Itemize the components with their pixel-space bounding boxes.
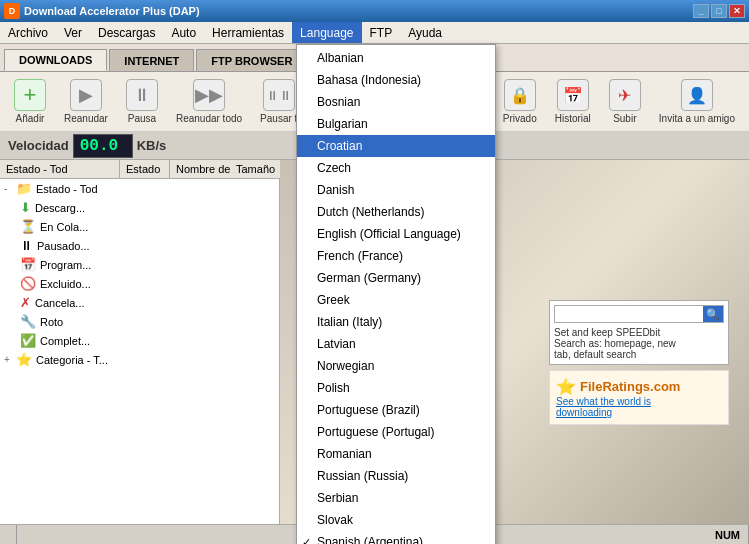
search-box: 🔍 Set and keep SPEEDbitSearch as: homepa… — [549, 300, 729, 365]
pause-all-label: Pausar t — [260, 113, 297, 124]
tree-label: Pausado... — [37, 240, 90, 252]
language-item-greek[interactable]: Greek — [297, 289, 495, 311]
menu-herramientas[interactable]: Herramientas — [204, 22, 292, 43]
excluded-icon: 🚫 — [20, 276, 36, 291]
tree-label: En Cola... — [40, 221, 88, 233]
add-icon: + — [14, 79, 46, 111]
category-icon: ⭐ — [16, 352, 32, 367]
tree-item-categoria[interactable]: + ⭐ Categoria - T... — [0, 350, 279, 369]
resume-label: Reanudar — [64, 113, 108, 124]
tree-label: Roto — [40, 316, 63, 328]
lock-icon: 🔒 — [504, 79, 536, 111]
historial-label: Historial — [555, 113, 591, 124]
language-item-danish[interactable]: Danish — [297, 179, 495, 201]
add-button[interactable]: + Añadir — [8, 75, 52, 128]
resume-all-icon: ▶▶ — [193, 79, 225, 111]
language-item-italian--italy-[interactable]: Italian (Italy) — [297, 311, 495, 333]
menu-ver[interactable]: Ver — [56, 22, 90, 43]
language-item-serbian[interactable]: Serbian — [297, 487, 495, 509]
language-item-croatian[interactable]: Croatian — [297, 135, 495, 157]
language-item-portuguese--portugal-[interactable]: Portuguese (Portugal) — [297, 421, 495, 443]
resume-button[interactable]: ▶ Reanudar — [58, 75, 114, 128]
language-item-latvian[interactable]: Latvian — [297, 333, 495, 355]
title-bar: D Download Accelerator Plus (DAP) _ □ ✕ — [0, 0, 749, 22]
language-item-norwegian[interactable]: Norwegian — [297, 355, 495, 377]
language-item-portuguese--brazil-[interactable]: Portuguese (Brazil) — [297, 399, 495, 421]
pause-button[interactable]: ⏸ Pausa — [120, 75, 164, 128]
subir-label: Subir — [613, 113, 636, 124]
tree-label: Cancela... — [35, 297, 85, 309]
speed-unit: KB/s — [137, 138, 167, 153]
privado-button[interactable]: 🔒 Privado — [497, 75, 543, 128]
resume-all-button[interactable]: ▶▶ Reanudar todo — [170, 75, 248, 128]
tree-item-cancela[interactable]: ✗ Cancela... — [0, 293, 279, 312]
complete-icon: ✅ — [20, 333, 36, 348]
tree-item-excluido[interactable]: 🚫 Excluido... — [0, 274, 279, 293]
search-input[interactable] — [555, 306, 703, 322]
menu-language[interactable]: Language — [292, 22, 361, 43]
left-panel: Estado - Tod Estado Nombre del archi - 📁… — [0, 160, 280, 524]
expand-icon: - — [4, 183, 16, 194]
tree-item-descarg[interactable]: ⬇ Descarg... — [0, 198, 279, 217]
menu-archivo[interactable]: Archivo — [0, 22, 56, 43]
app-icon: D — [4, 3, 20, 19]
language-item-bulgarian[interactable]: Bulgarian — [297, 113, 495, 135]
maximize-button[interactable]: □ — [711, 4, 727, 18]
search-button[interactable]: 🔍 — [703, 306, 723, 322]
speed-value: 00.0 — [73, 134, 133, 158]
resume-all-label: Reanudar todo — [176, 113, 242, 124]
status-main — [0, 525, 17, 544]
tree-item-encola[interactable]: ⏳ En Cola... — [0, 217, 279, 236]
tree-label: Complet... — [40, 335, 90, 347]
menu-auto[interactable]: Auto — [163, 22, 204, 43]
tree-item-all[interactable]: - 📁 Estado - Tod — [0, 179, 279, 198]
tree-item-program[interactable]: 📅 Program... — [0, 255, 279, 274]
speed-label: Velocidad — [8, 138, 69, 153]
privado-label: Privado — [503, 113, 537, 124]
fileratings-link[interactable]: See what the world isdownloading — [556, 396, 722, 418]
language-item-dutch--netherlands-[interactable]: Dutch (Netherlands) — [297, 201, 495, 223]
fileratings-title: FileRatings.com — [580, 379, 680, 394]
user-icon: 👤 — [681, 79, 713, 111]
subir-button[interactable]: ✈ Subir — [603, 75, 647, 128]
tree-item-pausado[interactable]: ⏸ Pausado... — [0, 236, 279, 255]
language-item-albanian[interactable]: Albanian — [297, 47, 495, 69]
language-item-english--official-language-[interactable]: English (Official Language) — [297, 223, 495, 245]
tree-item-complet[interactable]: ✅ Complet... — [0, 331, 279, 350]
tab-downloads[interactable]: DOWNLOADS — [4, 49, 107, 71]
tab-ftp-browser[interactable]: FTP BROWSER — [196, 49, 307, 71]
invite-button[interactable]: 👤 Invita a un amigo — [653, 75, 741, 128]
language-item-french--france-[interactable]: French (France) — [297, 245, 495, 267]
language-item-bahasa--indonesia-[interactable]: Bahasa (Indonesia) — [297, 69, 495, 91]
cancelled-icon: ✗ — [20, 295, 31, 310]
pause-label: Pausa — [128, 113, 156, 124]
folder-icon: 📁 — [16, 181, 32, 196]
language-item-bosnian[interactable]: Bosnian — [297, 91, 495, 113]
tree-label: Categoria - T... — [36, 354, 108, 366]
tree-item-roto[interactable]: 🔧 Roto — [0, 312, 279, 331]
language-item-polish[interactable]: Polish — [297, 377, 495, 399]
language-item-german--germany-[interactable]: German (Germany) — [297, 267, 495, 289]
menu-ftp[interactable]: FTP — [362, 22, 401, 43]
language-dropdown: AlbanianBahasa (Indonesia)BosnianBulgari… — [296, 44, 496, 544]
window-title: Download Accelerator Plus (DAP) — [24, 5, 693, 17]
language-item-spanish--argentina-[interactable]: Spanish (Argentina) — [297, 531, 495, 544]
tree-label: Estado - Tod — [36, 183, 98, 195]
close-button[interactable]: ✕ — [729, 4, 745, 18]
calendar-icon: 📅 — [557, 79, 589, 111]
historial-button[interactable]: 📅 Historial — [549, 75, 597, 128]
language-item-slovak[interactable]: Slovak — [297, 509, 495, 531]
language-item-romanian[interactable]: Romanian — [297, 443, 495, 465]
language-item-czech[interactable]: Czech — [297, 157, 495, 179]
download-icon: ⬇ — [20, 200, 31, 215]
menu-bar: Archivo Ver Descargas Auto Herramientas … — [0, 22, 749, 44]
minimize-button[interactable]: _ — [693, 4, 709, 18]
menu-ayuda[interactable]: Ayuda — [400, 22, 450, 43]
tab-internet[interactable]: INTERNET — [109, 49, 194, 71]
menu-descargas[interactable]: Descargas — [90, 22, 163, 43]
language-item-russian--russia-[interactable]: Russian (Russia) — [297, 465, 495, 487]
tree-label: Program... — [40, 259, 91, 271]
size-col-header: Tamaño — [230, 160, 280, 179]
tree-label: Descarg... — [35, 202, 85, 214]
paused-icon: ⏸ — [20, 238, 33, 253]
